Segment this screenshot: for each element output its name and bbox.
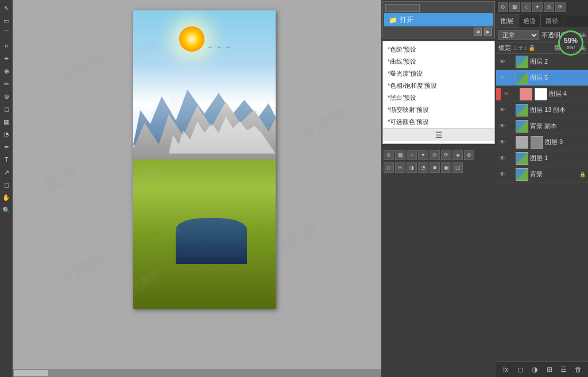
layers-icon-4[interactable]: ✦	[532, 2, 543, 12]
layer-bg-eye[interactable]: 👁	[498, 170, 506, 178]
gradient-tool[interactable]: ▦	[1, 116, 12, 127]
layer-4-red-indicator	[496, 88, 501, 100]
blend-mode-select[interactable]: 正常	[498, 30, 539, 40]
group-button[interactable]: ⊞	[544, 364, 555, 375]
adj-exposure[interactable]: *曝光度'预设	[383, 68, 494, 80]
adj-bottom-icon[interactable]: ☰	[435, 130, 443, 139]
panel-icon-10[interactable]: ⊖	[395, 162, 405, 173]
select-tool[interactable]: ▭	[1, 15, 12, 26]
file-open-label: 打开	[400, 15, 413, 25]
layer-13copy-eye[interactable]: 👁	[498, 106, 506, 114]
layer-item-4[interactable]: 👁 图层 4	[496, 86, 588, 102]
layer-5-name: 图层 5	[530, 73, 586, 82]
folder-icon: 📁	[389, 16, 397, 24]
layers-icon-6[interactable]: ⟳	[555, 2, 566, 12]
main-canvas: ﹀ ﹀ ﹀ 北图网 北图网 北图网 北图网 北图网	[133, 10, 276, 309]
layer-4-eye[interactable]: 👁	[502, 90, 510, 98]
panel-icon-1[interactable]: ⊙	[384, 150, 394, 160]
panels-top-icons: ⊙ ▦ ⌁ ✦ ◎ ⟳ ◈ ⊕ ▷ ⊖ ◑ ◔ ■ ▣ ◫	[381, 147, 496, 175]
panel-icon-7[interactable]: ◈	[452, 150, 463, 160]
layer-13copy-thumb	[516, 104, 528, 116]
layer-item-bgcopy[interactable]: 👁 背景 副本	[496, 118, 588, 134]
percent-circle: 59% 0%/	[558, 30, 583, 56]
h-scroll-thumb[interactable]	[14, 370, 48, 376]
panel-scrollbar[interactable]: ◀ ▶	[384, 26, 493, 37]
path-select-tool[interactable]: ↗	[1, 166, 12, 178]
layer-2-eye[interactable]: 👁	[498, 58, 506, 66]
layers-icon-3[interactable]: ◁	[521, 2, 531, 12]
type-tool[interactable]: T	[1, 154, 12, 165]
layer-bgcopy-eye[interactable]: 👁	[498, 122, 506, 130]
shape-tool[interactable]: ◻	[1, 179, 12, 191]
layer-item-3[interactable]: 👁 图层 3	[496, 134, 588, 150]
layer-item-13copy[interactable]: 👁 图层 13 副本	[496, 102, 588, 118]
panel-icon-2[interactable]: ▦	[395, 150, 405, 160]
file-open-bar[interactable]: 📁 打开	[384, 13, 493, 26]
layer-item-1[interactable]: 👁 图层 1	[496, 150, 588, 166]
tab-channels[interactable]: 通道	[519, 14, 541, 28]
crop-tool[interactable]: ⌗	[1, 40, 12, 52]
hand-tool[interactable]: ✋	[1, 192, 12, 203]
layer-3-link	[508, 138, 514, 146]
new-layer-button[interactable]: ☰	[559, 364, 569, 375]
layer-5-eye[interactable]: 👁	[498, 74, 506, 82]
clone-tool[interactable]: ⊗	[1, 91, 12, 102]
panel-icon-9[interactable]: ▷	[384, 162, 394, 173]
move-tool[interactable]: ↖	[1, 2, 12, 14]
water-element	[176, 218, 247, 264]
add-mask-button[interactable]: ◻	[515, 364, 525, 375]
lasso-tool[interactable]: ⌒	[1, 28, 12, 39]
eyedropper-tool[interactable]: ✒	[1, 53, 12, 64]
adj-levels[interactable]: *色阶'预设	[383, 44, 494, 56]
brush-tool[interactable]: ✏	[1, 78, 12, 90]
layers-icon-1[interactable]: ⊙	[498, 2, 508, 12]
adj-selective-color[interactable]: *可选颜色'预设	[383, 116, 494, 128]
layer-bg-name: 背景	[530, 170, 578, 178]
panel-icon-12[interactable]: ◔	[418, 162, 428, 173]
heal-tool[interactable]: ⊕	[1, 65, 12, 77]
scroll-left-btn[interactable]: ◀	[474, 28, 482, 36]
panel-icon-4[interactable]: ✦	[418, 150, 428, 160]
adj-bw[interactable]: *黑白'预设	[383, 92, 494, 104]
layer-5-link	[508, 74, 514, 82]
layer-item-5[interactable]: 👁 图层 5	[496, 70, 588, 86]
bg-watermark-2: 北图网	[28, 162, 80, 205]
lock-icon-4[interactable]: 🔒	[528, 45, 535, 51]
layer-2-thumb	[516, 56, 528, 68]
layer-item-bg[interactable]: 👁 背景 🔒	[496, 166, 588, 182]
pen-tool[interactable]: ✒	[1, 141, 12, 153]
layers-icon-2[interactable]: ▦	[509, 2, 520, 12]
layer-bg-link	[508, 170, 514, 178]
layer-1-thumb	[516, 152, 528, 165]
tab-layers[interactable]: 图层	[496, 14, 519, 28]
adj-hue-sat[interactable]: *色相/饱和度'预设	[383, 80, 494, 92]
lock-icon-3[interactable]: ↕	[524, 45, 527, 51]
zoom-tool[interactable]: 🔍	[1, 204, 12, 216]
delete-layer-button[interactable]: 🗑	[573, 364, 583, 375]
panel-icon-3[interactable]: ⌁	[407, 150, 417, 160]
layer-3-eye[interactable]: 👁	[498, 138, 506, 146]
adj-curves[interactable]: *曲线'预设	[383, 56, 494, 68]
panel-icon-15[interactable]: ◫	[452, 162, 463, 173]
panel-icon-11[interactable]: ◑	[407, 162, 417, 173]
file-open-panel: 📁 打开 ◀ ▶	[382, 1, 495, 38]
panel-icon-5[interactable]: ◎	[430, 150, 440, 160]
icon-row-2: ▷ ⊖ ◑ ◔ ■ ▣ ◫	[384, 162, 494, 173]
adj-layer-button[interactable]: ◑	[529, 364, 540, 375]
burn-tool[interactable]: ◔	[1, 129, 12, 140]
lock-icon-1[interactable]: □	[514, 45, 517, 51]
scroll-right-btn[interactable]: ▶	[484, 28, 492, 36]
layers-icon-5[interactable]: ◎	[544, 2, 554, 12]
layer-bgcopy-name: 背景 副本	[530, 122, 586, 130]
layer-4-mask	[535, 88, 547, 100]
panel-icon-14[interactable]: ▣	[441, 162, 451, 173]
eraser-tool[interactable]: ◻	[1, 103, 12, 115]
layer-4-name: 图层 4	[549, 90, 586, 98]
panel-icon-13[interactable]: ■	[430, 162, 440, 173]
panel-icon-6[interactable]: ⟳	[441, 150, 451, 160]
lock-icon-2[interactable]: ✛	[519, 45, 523, 51]
fx-button[interactable]: fx	[501, 364, 511, 375]
layer-1-eye[interactable]: 👁	[498, 154, 506, 162]
adj-gradient-map[interactable]: *渐变映射'预设	[383, 104, 494, 116]
panel-icon-8[interactable]: ⊕	[464, 150, 474, 160]
